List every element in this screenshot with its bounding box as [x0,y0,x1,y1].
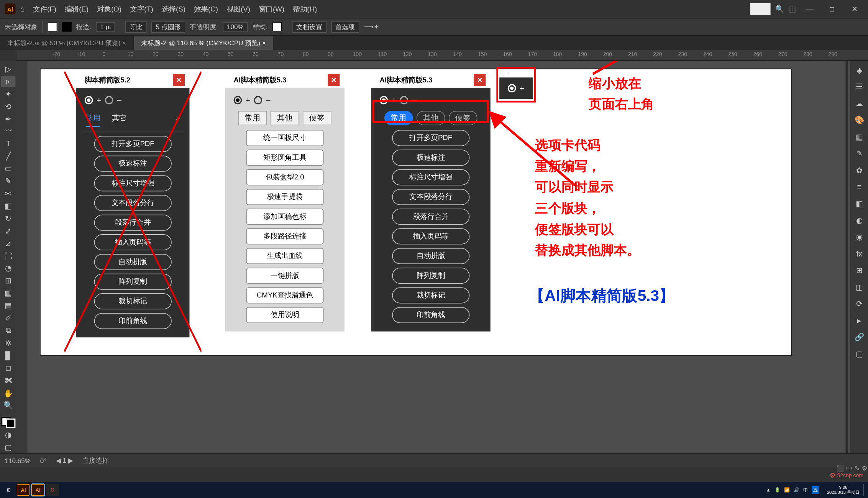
canvas-area[interactable]: 脚本精简版5.2× + − 常用其它» 打开多页PDF 极速标注 标注尺寸增强 … [17,61,850,453]
scale-tool-icon[interactable]: ⤢ [1,225,15,236]
artboard-nav[interactable]: ◀ 1 ▶ [56,457,73,464]
script-button[interactable]: 自动拼版 [94,254,172,270]
script-button[interactable]: 多段路径连接 [246,228,323,245]
shape-builder-icon[interactable]: ◔ [1,263,15,274]
script-button[interactable]: 段落行合并 [392,209,469,225]
line-tool-icon[interactable]: ╱ [1,150,15,161]
script-button[interactable]: 包装盒型2.0 [246,169,323,186]
symbol-spray-icon[interactable]: ✲ [1,337,15,348]
script-button[interactable]: 文本段落分行 [94,195,172,211]
more-icon[interactable]: » [176,113,180,127]
screen-mode-icon[interactable]: ▢ [1,442,15,453]
script-button[interactable]: 裁切标记 [392,288,469,304]
script-button[interactable]: 生成出血线 [246,248,323,264]
brush-preset[interactable]: 5 点圆形 [152,21,185,33]
libraries-icon[interactable]: ☁ [853,97,866,110]
swatches-icon[interactable]: ▦ [853,130,866,143]
graph-tool-icon[interactable]: ▊ [1,350,15,361]
script-button[interactable]: 一键拼版 [246,268,323,284]
script-button[interactable]: 印前角线 [94,313,172,329]
menu-file[interactable]: 文件(F) [33,4,56,14]
menu-view[interactable]: 视图(V) [226,4,250,14]
blend-tool-icon[interactable]: ⧉ [1,325,15,336]
menu-edit[interactable]: 编辑(E) [65,4,89,14]
menu-object[interactable]: 对象(O) [97,4,121,14]
taskbar-clock[interactable]: 9:06 2023/8/13 星期日 [827,485,860,495]
align-icon[interactable]: ⊞ [853,263,866,276]
tray-ime-label[interactable]: 中 [803,487,808,493]
tab-common[interactable]: 常用 [238,111,267,125]
script-button[interactable]: 打开多页PDF [392,130,469,146]
zoom-level[interactable]: 110.65% [5,457,31,464]
prefs-button[interactable]: 首选项 [331,21,359,33]
script-button[interactable]: 打开多页PDF [94,136,172,152]
script-button[interactable]: 段落行合并 [94,215,172,231]
shaper-tool-icon[interactable]: ✂ [1,188,15,199]
hand-tool-icon[interactable]: ✋ [1,387,15,398]
rotate-icon[interactable]: 0° [40,457,46,464]
script-button[interactable]: 极速标注 [94,156,172,172]
color-icon[interactable]: 🎨 [853,113,866,126]
vertical-scrollbar[interactable] [846,61,848,453]
gradient-icon[interactable]: ◧ [853,197,866,210]
script-button[interactable]: 阵列复制 [392,268,469,284]
doc-tab-1[interactable]: 未标题-2.ai @ 50 % (CMYK/CPU 预览) × [0,36,134,50]
home-icon[interactable]: ⌂ [20,5,25,13]
tray-icon[interactable]: ▲ [766,487,771,493]
tab-notes[interactable]: 便签 [303,111,331,125]
tray-volume-icon[interactable]: 🔊 [794,487,799,493]
pen-tool-icon[interactable]: ✒ [1,113,15,124]
script-button[interactable]: CMYK查找潘通色 [246,288,323,304]
links-icon[interactable]: 🔗 [853,330,866,343]
script-button[interactable]: 印前角线 [392,307,469,323]
search-icon[interactable]: 🔍 [775,5,784,13]
doc-setup-button[interactable]: 文档设置 [292,21,327,33]
brush-tool-icon[interactable]: ✎ [1,175,15,186]
pathfinder-icon[interactable]: ◫ [853,280,866,293]
transparency-icon[interactable]: ◐ [853,214,866,227]
stroke-width[interactable]: 1 pt [96,22,115,32]
direct-select-tool-icon[interactable]: ▹ [1,76,15,87]
taskbar-app-icon[interactable]: S [46,484,59,496]
properties-icon[interactable]: ◈ [853,63,866,76]
color-mode-icon[interactable]: ◑ [1,429,15,440]
symbols-icon[interactable]: ✿ [853,163,866,176]
radio-icon[interactable] [254,96,263,104]
stroke-icon[interactable]: ≡ [853,180,866,193]
close-icon[interactable]: × [173,74,185,86]
perspective-icon[interactable]: ⊞ [1,275,15,286]
script-button[interactable]: 标注尺寸增强 [392,169,469,186]
eyedropper-icon[interactable]: ✐ [1,312,15,324]
script-button[interactable]: 极速标注 [392,150,469,166]
script-button[interactable]: 自动拼版 [392,248,469,264]
script-button[interactable]: 添加画稿色标 [246,209,323,225]
width-tool-icon[interactable]: ⊿ [1,238,15,249]
actions-icon[interactable]: ▸ [853,314,866,327]
script-button[interactable]: 文本段落分行 [392,189,469,205]
radio-on-icon[interactable] [234,96,242,104]
close-button[interactable]: ✕ [846,5,864,13]
opacity-value[interactable]: 100% [223,22,248,32]
minimize-button[interactable]: — [800,5,818,13]
graphic-styles-icon[interactable]: fx [853,247,866,260]
script-button[interactable]: 标注尺寸增强 [94,175,172,191]
selection-tool-icon[interactable]: ▷ [1,63,15,74]
script-button[interactable]: 阵列复制 [94,274,172,290]
close-icon[interactable]: × [474,74,486,86]
script-button[interactable]: 矩形圆角工具 [246,150,323,166]
show-desktop[interactable] [863,484,866,496]
menu-select[interactable]: 选择(S) [162,4,185,14]
tray-ime-icon[interactable]: 五 [812,486,819,494]
title-search-box[interactable] [750,3,771,15]
wand-tool-icon[interactable]: ✦ [1,88,15,99]
menu-help[interactable]: 帮助(H) [293,4,317,14]
artboard-tool-icon[interactable]: □ [1,362,15,373]
script-button[interactable]: 裁切标记 [94,293,172,309]
arrange-icon[interactable]: ▥ [789,5,796,13]
gradient-tool-icon[interactable]: ▤ [1,300,15,311]
rect-tool-icon[interactable]: ▭ [1,163,15,174]
fill-swatch[interactable] [48,22,57,32]
tab-common[interactable]: 常用 [86,113,100,127]
fill-stroke-indicator[interactable] [1,417,15,428]
tray-network-icon[interactable]: 📶 [784,487,790,493]
